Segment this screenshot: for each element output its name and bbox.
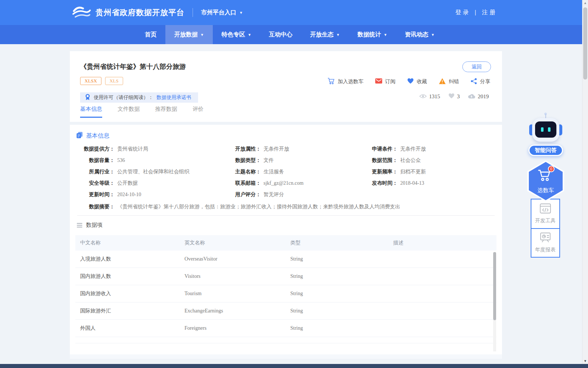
add-to-cart-button[interactable]: 加入选数车: [327, 78, 363, 85]
tab-file-data[interactable]: 文件数据: [118, 106, 140, 118]
table-scrollbar-thumb[interactable]: [493, 252, 496, 320]
dataset-stats: 1315 3 2019: [419, 93, 489, 100]
data-items-table: 中文名称 英文名称 类型 描述 入境旅游人数 OverseasVisitor S…: [75, 235, 496, 343]
table-header-row: 中文名称 英文名称 类型 描述: [75, 235, 496, 251]
code-window-icon: [540, 204, 551, 215]
cell-en-name: Foreigners: [184, 325, 290, 331]
robot-eye-right: [548, 127, 551, 132]
cell-cn-name: 国内旅游收入: [75, 290, 184, 297]
scroll-down-arrow[interactable]: ▼: [582, 359, 588, 363]
error-report-button[interactable]: 纠错: [439, 78, 459, 85]
register-link[interactable]: 注 册: [482, 9, 495, 17]
data-summary: 数据摘要： 《贵州省统计年鉴》第十八部分旅游，包括：旅游业；旅游外汇收入；接待外…: [76, 201, 400, 212]
scroll-up-arrow[interactable]: ▲: [582, 1, 588, 5]
summary-value: 《贵州省统计年鉴》第十八部分旅游，包括：旅游业；旅游外汇收入；接待外国旅游人数；…: [117, 204, 400, 210]
tab-basic-info[interactable]: 基本信息: [80, 106, 102, 118]
field-apply-condition: 申请条件：无条件开放: [370, 143, 496, 155]
cell-type: String: [290, 308, 393, 314]
field-security-level: 安全等级：公开数据: [76, 177, 229, 189]
site-logo-icon: [72, 5, 91, 20]
field-update-frequency: 更新频率：归档不更新: [370, 166, 496, 177]
medal-icon: [85, 94, 90, 102]
detail-tabs: 基本信息 文件数据 推荐数据 评价: [80, 106, 204, 118]
side-tool-panel: 开发工具 年度报表: [531, 199, 560, 258]
basic-info-card: 基本信息 数据提供方：贵州省统计局 开放属性：无条件开放 申请条件：无条件开放 …: [70, 125, 502, 359]
cell-cn-name: 国内旅游人数: [75, 273, 184, 280]
license-bar: 使用许可（请仔细阅读）： 数据使用承诺书: [80, 92, 198, 103]
nav-item-open-eco[interactable]: 开放生态▼: [301, 25, 349, 44]
site-title: 贵州省政府数据开放平台: [96, 7, 184, 18]
nav-item-interaction[interactable]: 互动中心: [260, 25, 301, 44]
field-user-rating: 用户评分：暂无评分: [229, 189, 370, 200]
table-body: 入境旅游人数 OverseasVisitor String 国内旅游人数 Vis…: [75, 251, 496, 337]
cart-label: 选数车: [527, 187, 564, 194]
header-divider: [193, 8, 193, 17]
document-icon: [76, 132, 83, 140]
cell-en-name: Tourism: [184, 291, 290, 297]
field-publish-date: 发布时间：2018-04-13: [370, 177, 496, 189]
share-button[interactable]: 分享: [471, 78, 490, 85]
back-button[interactable]: 返回: [462, 61, 491, 72]
summary-label: 数据摘要：: [76, 204, 115, 210]
chevron-down-icon: ▼: [248, 33, 251, 37]
field-data-scope: 数据范围：社会公众: [370, 155, 496, 166]
envelope-icon: [375, 78, 382, 85]
robot-head: [532, 118, 559, 142]
cart-count-badge: 0: [548, 166, 555, 172]
favorite-button[interactable]: 收藏: [407, 78, 427, 85]
chevron-down-icon: ▼: [239, 11, 243, 15]
top-header: 贵州省政府数据开放平台 市州平台入口 ▼ 登 录 | 注 册: [0, 0, 588, 25]
subscribe-button[interactable]: 订阅: [375, 78, 395, 85]
dataset-header-card: 《贵州省统计年鉴》第十八部分旅游 返回 XLSX XLS 加入选数车 订阅 收藏: [70, 51, 502, 122]
field-theme-name: 主题名称：生活服务: [229, 166, 370, 177]
list-icon: [77, 223, 82, 227]
license-link[interactable]: 数据使用承诺书: [157, 94, 191, 101]
page-scrollbar[interactable]: ▲ ▼: [582, 0, 588, 364]
likes-stat[interactable]: 3: [448, 93, 460, 100]
auth-separator: |: [474, 9, 476, 16]
warning-triangle-icon: [439, 78, 446, 85]
table-horizontal-scroll-area: [70, 354, 502, 359]
robot-antenna-line: [545, 114, 546, 118]
nav-item-statistics[interactable]: 数据统计▼: [349, 25, 396, 44]
table-row-partial: [75, 337, 496, 343]
data-items-section-header: 数据项: [77, 222, 103, 229]
col-cn-name: 中文名称: [75, 240, 184, 246]
chevron-down-icon: ▼: [384, 33, 387, 37]
smart-qa-button[interactable]: 智能问答: [528, 145, 563, 156]
license-label: 使用许可（请仔细阅读）：: [94, 94, 153, 101]
badge-xls: XLS: [105, 77, 123, 85]
nav-item-special-zone[interactable]: 特色专区▼: [213, 25, 260, 44]
basic-info-section-header: 基本信息: [76, 132, 110, 140]
login-link[interactable]: 登 录: [455, 9, 469, 17]
eye-icon: [419, 93, 427, 100]
field-update-date: 更新时间：2024-10-10: [76, 189, 229, 200]
footer-edge: [0, 364, 588, 368]
report-chart-icon: [540, 233, 551, 244]
cell-cn-name: 国际旅游外汇: [75, 308, 184, 314]
basic-info-grid: 数据提供方：贵州省统计局 开放属性：无条件开放 申请条件：无条件开放 数据容量：…: [76, 143, 496, 200]
share-icon: [471, 78, 477, 85]
cell-type: String: [290, 273, 393, 279]
robot-eye-left: [541, 127, 544, 132]
ai-assistant-mascot[interactable]: [529, 113, 562, 145]
page-scrollbar-thumb[interactable]: [583, 7, 587, 79]
nav-item-news[interactable]: 资讯动态▼: [396, 25, 444, 44]
heart-gray-icon: [448, 93, 455, 100]
dev-tools-button[interactable]: 开发工具: [531, 199, 559, 228]
table-row: 外国人 Foreigners String: [75, 320, 496, 337]
nav-item-home[interactable]: 首页: [136, 25, 165, 44]
field-provider: 数据提供方：贵州省统计局: [76, 143, 229, 155]
col-en-name: 英文名称: [184, 240, 290, 246]
city-portal-entry[interactable]: 市州平台入口 ▼: [201, 9, 243, 17]
field-open-attribute: 开放属性：无条件开放: [229, 143, 370, 155]
tab-rating[interactable]: 评价: [193, 106, 204, 118]
data-cart-widget[interactable]: 0 选数车: [527, 160, 564, 202]
field-data-volume: 数据容量：536: [76, 155, 229, 166]
cell-type: String: [290, 256, 393, 262]
nav-item-open-data[interactable]: 开放数据▼: [165, 25, 213, 44]
cell-cn-name: 入境旅游人数: [75, 256, 184, 262]
col-type: 类型: [290, 240, 393, 246]
annual-report-button[interactable]: 年度报表: [531, 228, 559, 257]
tab-recommended-data[interactable]: 推荐数据: [155, 106, 177, 118]
